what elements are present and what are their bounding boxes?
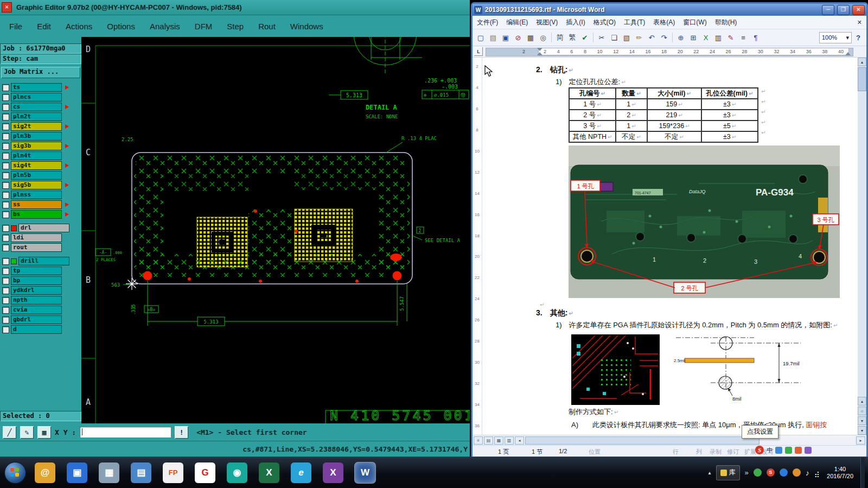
copy-icon[interactable]: ❏ <box>608 31 620 43</box>
ime-keyboard-icon[interactable] <box>775 447 782 454</box>
layer-visibility-checkbox[interactable] <box>2 153 9 160</box>
help-icon[interactable]: ? <box>852 31 864 43</box>
menu-item[interactable]: Edit <box>37 22 51 31</box>
first-line-indent-marker[interactable] <box>537 48 542 51</box>
scroll-right-icon[interactable]: ▸ <box>856 436 865 445</box>
layer-visibility-checkbox[interactable] <box>2 143 9 150</box>
tray-green-icon[interactable] <box>754 468 762 477</box>
maximize-icon[interactable]: ❐ <box>837 5 850 15</box>
layer-visibility-checkbox[interactable] <box>2 277 9 284</box>
layer-row[interactable]: sig4t <box>1 161 81 170</box>
minimize-icon[interactable]: ─ <box>822 5 834 15</box>
layer-name[interactable]: gbdrl <box>11 315 62 324</box>
document-map-icon[interactable]: ≡ <box>737 31 749 43</box>
layer-row[interactable]: sig3b <box>1 141 81 151</box>
library-tray-button[interactable]: 库 <box>716 465 740 480</box>
image-tool-icon[interactable]: ▣ <box>67 462 87 483</box>
permission-icon[interactable]: ⊘ <box>512 31 524 43</box>
sogou-logo-icon[interactable]: S <box>755 446 764 454</box>
ime-emoji-icon[interactable] <box>795 447 802 454</box>
cad-canvas[interactable]: D C B A <box>81 37 470 423</box>
layer-row[interactable]: rout <box>1 243 81 252</box>
layer-name[interactable]: tp <box>11 267 62 275</box>
layer-name[interactable]: ydkdrl <box>11 286 62 295</box>
open-icon[interactable]: ▤ <box>487 31 499 43</box>
menu-item[interactable]: Rout <box>258 22 276 31</box>
layer-row[interactable]: gbdrl <box>1 315 81 325</box>
layer-visibility-checkbox[interactable] <box>2 113 9 121</box>
layer-name[interactable]: cs <box>11 103 62 111</box>
show-marks-icon[interactable]: ¶ <box>750 31 762 43</box>
xy-coordinate-input[interactable] <box>80 427 171 438</box>
layer-visibility-checkbox[interactable] <box>2 192 9 199</box>
layer-row[interactable]: ydkdrl <box>1 286 81 295</box>
layer-name[interactable]: pln3b <box>11 132 62 141</box>
layer-row[interactable]: tp <box>1 266 81 276</box>
previous-page-icon[interactable]: ▴ <box>858 397 866 405</box>
word-icon[interactable]: W <box>355 462 375 483</box>
layer-name[interactable]: pln4t <box>11 151 62 160</box>
menu-item[interactable]: Actions <box>66 22 92 31</box>
insert-excel-icon[interactable]: X <box>700 31 712 43</box>
undo-icon[interactable]: ↶ <box>646 31 658 43</box>
layer-visibility-checkbox[interactable] <box>2 244 9 251</box>
layer-row[interactable]: ts <box>1 83 81 92</box>
layer-name[interactable]: pln5b <box>11 171 62 180</box>
scroll-down-icon[interactable]: ▾ <box>858 426 866 435</box>
menu-item[interactable]: 格式(O) <box>593 18 616 27</box>
vertical-scrollbar[interactable]: ▴ ▴ ○ ▾ ▾ <box>858 58 866 435</box>
outline-view-icon[interactable]: ▥ <box>505 436 514 445</box>
layer-visibility-checkbox[interactable] <box>2 133 9 140</box>
scroll-left-icon[interactable]: ◂ <box>515 436 524 445</box>
tray-orange-icon[interactable] <box>793 468 801 477</box>
layer-name[interactable]: ts <box>11 83 62 92</box>
layer-visibility-checkbox[interactable] <box>2 94 9 101</box>
spelling-icon[interactable]: ✔ <box>579 31 591 43</box>
layer-name[interactable]: d <box>11 325 62 334</box>
shell-app-icon[interactable]: @ <box>35 462 55 483</box>
drawing-icon[interactable]: ✎ <box>725 31 737 43</box>
menu-item[interactable]: 表格(A) <box>653 18 675 27</box>
layer-visibility-checkbox[interactable] <box>2 104 9 111</box>
layer-row[interactable]: npth <box>1 295 81 305</box>
excel-icon[interactable]: X <box>259 462 279 483</box>
format-painter-icon[interactable]: ✏ <box>633 31 645 43</box>
zoom-select[interactable]: 100% ▾ <box>819 32 852 43</box>
menu-item[interactable]: 插入(I) <box>566 18 585 27</box>
web-view-icon[interactable]: ▤ <box>484 436 493 445</box>
menu-item[interactable]: DFM <box>195 22 213 31</box>
close-icon[interactable]: ✕ <box>852 5 865 15</box>
pen-tool-icon[interactable]: ✎ <box>20 426 34 439</box>
settings-tooltip[interactable]: 点我设置 <box>742 425 778 439</box>
new-doc-icon[interactable]: ▢ <box>475 31 487 43</box>
layer-name[interactable]: sig5b <box>11 181 62 189</box>
layer-row[interactable]: plnss <box>1 190 81 200</box>
save-icon[interactable]: ▣ <box>500 31 512 43</box>
show-desktop-button[interactable] <box>860 458 865 488</box>
layer-visibility-checkbox[interactable] <box>2 201 9 208</box>
layer-row[interactable]: bp <box>1 276 81 286</box>
ime-tools-icon[interactable] <box>805 447 812 454</box>
document-page[interactable]: 2. 钻孔:↵ 1) 定位孔孔位公差:↵ 孔编号↵ 数量↵ 大小(mil)↵ <box>482 58 858 435</box>
grid-tool-icon[interactable]: ▦ <box>37 426 51 439</box>
layer-visibility-checkbox[interactable] <box>2 225 9 232</box>
menu-item[interactable]: 文件(F) <box>477 18 498 27</box>
vertical-ruler[interactable]: 24681012141618202224262830323436 <box>473 58 482 435</box>
layer-name[interactable]: ss <box>11 200 62 209</box>
layer-visibility-checkbox[interactable] <box>2 307 9 314</box>
layer-row[interactable]: ss <box>1 200 81 210</box>
scrollbar-thumb[interactable] <box>858 67 866 91</box>
layer-visibility-checkbox[interactable] <box>2 287 9 294</box>
start-button[interactable] <box>4 462 26 484</box>
normal-view-icon[interactable]: ≡ <box>474 436 483 445</box>
layer-name[interactable]: drill <box>18 257 69 265</box>
menu-item[interactable]: 工具(T) <box>624 18 645 27</box>
layer-name[interactable]: cvia <box>11 306 62 314</box>
layer-visibility-checkbox[interactable] <box>2 182 9 189</box>
browse-object-icon[interactable]: ○ <box>858 407 866 415</box>
menu-item[interactable]: Options <box>107 22 135 31</box>
purple-x-app-icon[interactable]: X <box>323 462 343 483</box>
ime-bar[interactable]: S 中 <box>755 445 812 455</box>
tray-blue-icon[interactable] <box>780 468 788 477</box>
line-tool-icon[interactable]: ╱ <box>3 426 16 439</box>
